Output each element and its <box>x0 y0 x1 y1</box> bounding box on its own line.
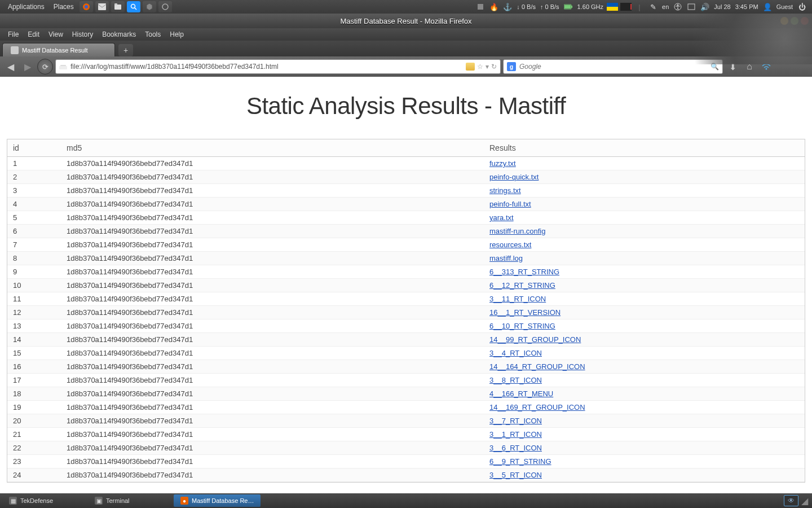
anchor-icon[interactable]: ⚓ <box>502 1 513 12</box>
result-link[interactable]: 6__12_RT_STRING <box>489 281 555 290</box>
tray-indicator-icon[interactable] <box>475 1 486 12</box>
cell-id: 4 <box>7 198 61 211</box>
result-link[interactable]: mastiff-run.config <box>489 227 545 235</box>
pen-tray-icon[interactable]: ✎ <box>647 1 659 12</box>
result-link[interactable]: resources.txt <box>489 240 531 249</box>
time-label[interactable]: 3:45 PM <box>733 3 761 10</box>
result-link[interactable]: strings.txt <box>489 186 521 195</box>
flame-icon[interactable]: 🔥 <box>488 1 500 12</box>
taskbar-item-tekdefense[interactable]: ▦ TekDefense <box>2 494 87 507</box>
result-link[interactable]: 3__4_RT_ICON <box>489 349 542 357</box>
firefox-launcher-icon[interactable] <box>80 1 93 12</box>
gnome-places-menu[interactable]: Places <box>49 3 78 11</box>
mail-launcher-icon[interactable] <box>95 1 109 12</box>
result-link[interactable]: 3__7_RT_ICON <box>489 417 542 425</box>
search-launcher-icon[interactable] <box>127 1 140 12</box>
url-bar[interactable]: ☆ ▾ ↻ <box>55 59 501 74</box>
date-label[interactable]: Jul 28 <box>712 3 732 10</box>
power-icon[interactable]: ⏻ <box>796 1 807 12</box>
show-desktop-icon[interactable]: ◢ <box>800 496 810 506</box>
page-viewport[interactable]: Static Analysis Results - Mastiff id md5… <box>0 77 812 485</box>
taskbar-item-firefox[interactable]: ● Mastiff Database Re… <box>174 494 261 507</box>
minimize-button[interactable] <box>780 17 788 25</box>
volume-icon[interactable]: 🔊 <box>699 1 710 12</box>
menu-help[interactable]: Help <box>165 30 188 38</box>
url-input[interactable] <box>70 63 462 71</box>
box-tray-icon[interactable] <box>686 1 697 12</box>
virtualbox-launcher-icon[interactable] <box>143 1 156 12</box>
site-identity-icon[interactable] <box>59 63 67 71</box>
result-link[interactable]: 3__11_RT_ICON <box>489 295 546 303</box>
result-link[interactable]: 14__169_RT_GROUP_ICON <box>489 403 585 411</box>
battery-icon[interactable] <box>563 1 574 12</box>
maximize-button[interactable] <box>791 17 798 25</box>
user-label[interactable]: Guest <box>774 3 795 10</box>
browser-tab[interactable]: Mastiff Database Result <box>2 43 115 56</box>
forward-button[interactable]: ▶ <box>20 59 35 74</box>
menu-edit[interactable]: Edit <box>23 30 44 38</box>
svg-point-1 <box>85 5 88 8</box>
result-link[interactable]: mastiff.log <box>489 254 523 262</box>
cell-result: 6__313_RT_STRING <box>484 265 805 279</box>
home-button[interactable]: ⌂ <box>742 59 757 74</box>
google-icon[interactable]: g <box>507 62 516 71</box>
result-link[interactable]: yara.txt <box>489 213 514 222</box>
result-link[interactable]: 14__164_RT_GROUP_ICON <box>489 362 585 371</box>
bookmark-folder-icon[interactable] <box>466 63 475 71</box>
firefox-tabstrip: Mastiff Database Result + <box>0 41 812 56</box>
go-arrow-icon[interactable]: ↻ <box>491 63 497 71</box>
svg-point-15 <box>677 5 679 6</box>
tray-eye-icon[interactable]: 👁 <box>784 495 798 506</box>
search-go-icon[interactable]: 🔍 <box>710 63 719 71</box>
close-button[interactable] <box>801 17 809 25</box>
svg-rect-10 <box>571 6 572 8</box>
lang-indicator[interactable]: en <box>660 3 671 10</box>
cell-md5: 1d8b370a114f9490f36bebd77ed347d1 <box>61 441 484 455</box>
result-link[interactable]: 3__5_RT_ICON <box>489 471 542 479</box>
table-row: 21d8b370a114f9490f36bebd77ed347d1peinfo-… <box>7 170 805 184</box>
result-link[interactable]: 3__6_RT_ICON <box>489 444 542 452</box>
accessibility-icon[interactable] <box>672 1 683 12</box>
dropdown-icon[interactable]: ▾ <box>486 63 489 71</box>
search-bar[interactable]: g 🔍 <box>503 59 723 74</box>
menu-bookmarks[interactable]: Bookmarks <box>98 30 140 38</box>
net-down-label: ↓ 0 B/s <box>514 3 538 10</box>
table-row: 151d8b370a114f9490f36bebd77ed347d13__4_R… <box>7 347 805 360</box>
result-link[interactable]: 6__10_RT_STRING <box>489 322 555 330</box>
back-button[interactable]: ◀ <box>3 59 18 74</box>
cell-result: 3__5_RT_ICON <box>484 468 805 482</box>
table-row: 111d8b370a114f9490f36bebd77ed347d13__11_… <box>7 292 805 306</box>
menu-file[interactable]: File <box>3 30 23 38</box>
ukraine-flag-icon[interactable] <box>607 1 618 12</box>
files-launcher-icon[interactable] <box>111 1 125 12</box>
search-input[interactable] <box>519 63 707 71</box>
wifi-button[interactable] <box>759 59 774 74</box>
menu-view[interactable]: View <box>44 30 68 38</box>
cell-md5: 1d8b370a114f9490f36bebd77ed347d1 <box>61 333 484 347</box>
downloads-button[interactable]: ⬇ <box>725 59 740 74</box>
cell-id: 7 <box>7 238 61 252</box>
reload-button[interactable]: ⟳ <box>37 59 53 75</box>
cell-result: 3__7_RT_ICON <box>484 414 805 428</box>
result-link[interactable]: 6__313_RT_STRING <box>489 268 559 276</box>
result-link[interactable]: 3__1_RT_ICON <box>489 430 542 439</box>
result-link[interactable]: 3__8_RT_ICON <box>489 376 542 384</box>
result-link[interactable]: 4__166_RT_MENU <box>489 389 553 398</box>
result-link[interactable]: 6__9_RT_STRING <box>489 457 551 466</box>
new-tab-button[interactable]: + <box>118 44 133 56</box>
result-link[interactable]: 14__99_RT_GROUP_ICON <box>489 335 581 344</box>
graph-indicator-icon[interactable] <box>620 1 632 12</box>
user-icon[interactable]: 👤 <box>762 1 773 12</box>
menu-history[interactable]: History <box>68 30 98 38</box>
taskbar-item-terminal[interactable]: ▣ Terminal <box>88 494 173 507</box>
result-link[interactable]: fuzzy.txt <box>489 159 516 168</box>
app-launcher-icon[interactable] <box>158 1 172 12</box>
gnome-applications-menu[interactable]: Applications <box>3 3 49 11</box>
table-row: 11d8b370a114f9490f36bebd77ed347d1fuzzy.t… <box>7 157 805 170</box>
result-link[interactable]: peinfo-quick.txt <box>489 173 539 181</box>
result-link[interactable]: peinfo-full.txt <box>489 200 531 208</box>
result-link[interactable]: 16__1_RT_VERSION <box>489 308 561 317</box>
menu-tools[interactable]: Tools <box>140 30 165 38</box>
table-row: 81d8b370a114f9490f36bebd77ed347d1mastiff… <box>7 252 805 265</box>
bookmark-star-icon[interactable]: ☆ <box>477 63 483 71</box>
